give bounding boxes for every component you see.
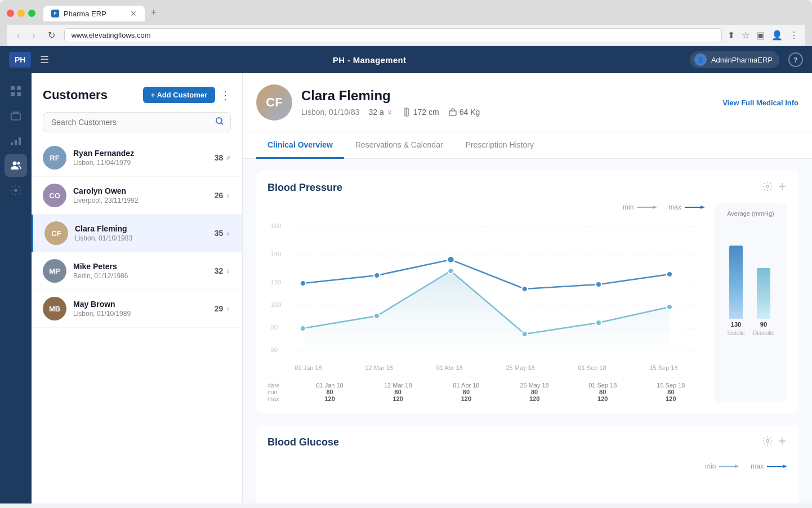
x-label-5: 01 Sep 18 bbox=[578, 364, 606, 371]
plus-icon[interactable] bbox=[777, 181, 787, 194]
app-logo: PH bbox=[9, 52, 31, 68]
gender-icon: ♀ bbox=[386, 107, 393, 117]
blood-glucose-title: Blood Glucose bbox=[267, 436, 339, 448]
svg-text:80: 80 bbox=[270, 324, 278, 331]
svg-marker-48 bbox=[783, 465, 787, 468]
tab-close-btn[interactable]: ✕ bbox=[130, 9, 137, 18]
gear-icon[interactable] bbox=[762, 181, 773, 194]
traffic-light-yellow[interactable] bbox=[17, 10, 25, 17]
reader-icon[interactable]: ▣ bbox=[756, 30, 765, 41]
sidebar-item-settings[interactable] bbox=[5, 179, 27, 202]
sidebar-item-cube[interactable] bbox=[5, 105, 27, 127]
patient-height: 172 cm bbox=[402, 108, 439, 117]
customer-info: May Brown Lisbon, 01/10/1989 bbox=[73, 300, 208, 318]
nav-back-btn[interactable]: ‹ bbox=[14, 29, 23, 42]
address-bar[interactable]: www.elevatingflows.com bbox=[64, 28, 722, 42]
user-menu[interactable]: 👤 AdminPharmaERP bbox=[690, 51, 779, 68]
nav-fwd-btn[interactable]: › bbox=[29, 29, 38, 42]
customer-avatar: CF bbox=[44, 221, 68, 245]
more-icon[interactable]: ⋮ bbox=[789, 30, 798, 41]
customer-info: Mike Peters Berlin, 01/12/1986 bbox=[73, 262, 208, 280]
browser-tab-active[interactable]: P Pharma ERP ✕ bbox=[43, 6, 145, 21]
svg-rect-6 bbox=[15, 140, 17, 145]
customer-name: May Brown bbox=[73, 300, 208, 309]
tabs-bar: Clinical Overview Reservations & Calenda… bbox=[243, 132, 812, 159]
customer-info: Ryan Fernandez Lisbon, 11/04/1979 bbox=[73, 149, 208, 167]
svg-point-14 bbox=[766, 185, 769, 188]
svg-text:120: 120 bbox=[270, 279, 281, 286]
bookmark-icon[interactable]: ☆ bbox=[742, 30, 749, 41]
plus-icon-2[interactable] bbox=[777, 436, 787, 449]
table-label-min: min bbox=[267, 389, 296, 395]
svg-rect-13 bbox=[449, 111, 456, 115]
list-item[interactable]: CO Carolyn Owen Liverpool, 23/11/1992 26… bbox=[32, 177, 242, 215]
sidebar-item-grid[interactable] bbox=[5, 80, 27, 103]
glucose-min-label: min bbox=[705, 462, 716, 470]
search-input[interactable] bbox=[43, 112, 231, 132]
list-item[interactable]: CF Clara Fleming Lisbon, 01/10/1983 35 ♀ bbox=[32, 215, 242, 252]
tab-clinical[interactable]: Clinical Overview bbox=[256, 132, 344, 159]
address-text: www.elevatingflows.com bbox=[72, 31, 151, 39]
blood-pressure-section: Blood Pressure bbox=[256, 170, 798, 413]
profile-icon[interactable]: 👤 bbox=[771, 30, 783, 41]
list-item[interactable]: MB May Brown Lisbon, 01/10/1989 29 ♀ bbox=[32, 290, 242, 328]
nav-refresh-btn[interactable]: ↻ bbox=[44, 29, 59, 42]
x-label-1: 01 Jan 18 bbox=[295, 364, 322, 371]
svg-rect-5 bbox=[11, 142, 13, 145]
customer-location: Lisbon, 11/04/1979 bbox=[73, 159, 208, 167]
customer-name: Carolyn Owen bbox=[73, 186, 208, 195]
customer-location: Liverpool, 23/11/1992 bbox=[73, 197, 208, 204]
svg-marker-18 bbox=[701, 206, 705, 209]
diastolic-value: 90 bbox=[760, 321, 767, 328]
blood-glucose-header: Blood Glucose bbox=[267, 436, 787, 449]
new-tab-btn[interactable]: + bbox=[146, 5, 162, 20]
patient-meta: Lisbon, 01/10/83 32 a ♀ 172 cm bbox=[301, 107, 713, 117]
blood-glucose-legend: min max bbox=[267, 458, 787, 473]
glucose-legend-max: max bbox=[751, 462, 787, 470]
hamburger-btn[interactable]: ☰ bbox=[40, 54, 49, 66]
patient-weight: 64 Kg bbox=[448, 108, 480, 117]
svg-rect-4 bbox=[11, 113, 20, 120]
view-full-medical-btn[interactable]: View Full Medical Info bbox=[722, 99, 798, 107]
customer-name: Clara Fleming bbox=[75, 224, 208, 233]
patient-avatar: CF bbox=[256, 84, 292, 121]
sidebar-item-analytics[interactable] bbox=[5, 130, 27, 152]
svg-text:60: 60 bbox=[270, 346, 278, 353]
side-average-chart: Average (mmHg) 130 Sistolic bbox=[714, 203, 787, 402]
user-avatar-icon: 👤 bbox=[694, 54, 707, 66]
table-date-2: 12 Mar 18 bbox=[364, 382, 432, 389]
section-actions bbox=[762, 181, 787, 194]
add-customer-btn[interactable]: + Add Customer bbox=[143, 87, 215, 103]
table-max-3: 120 bbox=[432, 395, 500, 402]
x-label-6: 15 Sep 18 bbox=[649, 364, 677, 371]
chart-legend: min max bbox=[267, 203, 705, 211]
list-item[interactable]: MP Mike Peters Berlin, 01/12/1986 32 ♀ bbox=[32, 252, 242, 290]
customer-list-panel: Customers + Add Customer ⋮ RF bbox=[32, 73, 243, 503]
table-date-6: 15 Sep 18 bbox=[637, 382, 705, 389]
traffic-light-green[interactable] bbox=[28, 10, 35, 17]
customer-avatar: RF bbox=[43, 146, 66, 170]
table-min-1: 80 bbox=[296, 389, 364, 395]
page-more-btn[interactable]: ⋮ bbox=[220, 88, 231, 102]
patient-location-dob: Lisbon, 01/10/83 bbox=[301, 108, 360, 117]
traffic-light-red[interactable] bbox=[7, 10, 14, 17]
tab-reservations[interactable]: Reservations & Calendar bbox=[344, 132, 454, 159]
share-icon[interactable]: ⬆ bbox=[728, 30, 735, 41]
svg-point-43 bbox=[667, 271, 673, 277]
patient-details: Clara Fleming Lisbon, 01/10/83 32 a ♀ bbox=[301, 88, 713, 117]
table-date-1: 01 Jan 18 bbox=[296, 382, 364, 389]
table-max-5: 120 bbox=[569, 395, 637, 402]
table-min-2: 80 bbox=[364, 389, 432, 395]
svg-point-44 bbox=[766, 440, 769, 443]
tab-prescription[interactable]: Prescription History bbox=[454, 132, 545, 159]
list-item[interactable]: RF Ryan Fernandez Lisbon, 11/04/1979 38 … bbox=[32, 139, 242, 177]
help-btn[interactable]: ? bbox=[788, 52, 803, 67]
blood-glucose-actions bbox=[762, 436, 787, 449]
table-max-1: 120 bbox=[296, 395, 364, 402]
user-name: AdminPharmaERP bbox=[711, 56, 773, 64]
svg-point-39 bbox=[374, 273, 380, 278]
systolic-label: Sistolic bbox=[727, 330, 745, 336]
table-min-5: 80 bbox=[569, 389, 637, 395]
sidebar-item-users[interactable] bbox=[5, 154, 27, 177]
gear-icon-2[interactable] bbox=[762, 436, 773, 449]
